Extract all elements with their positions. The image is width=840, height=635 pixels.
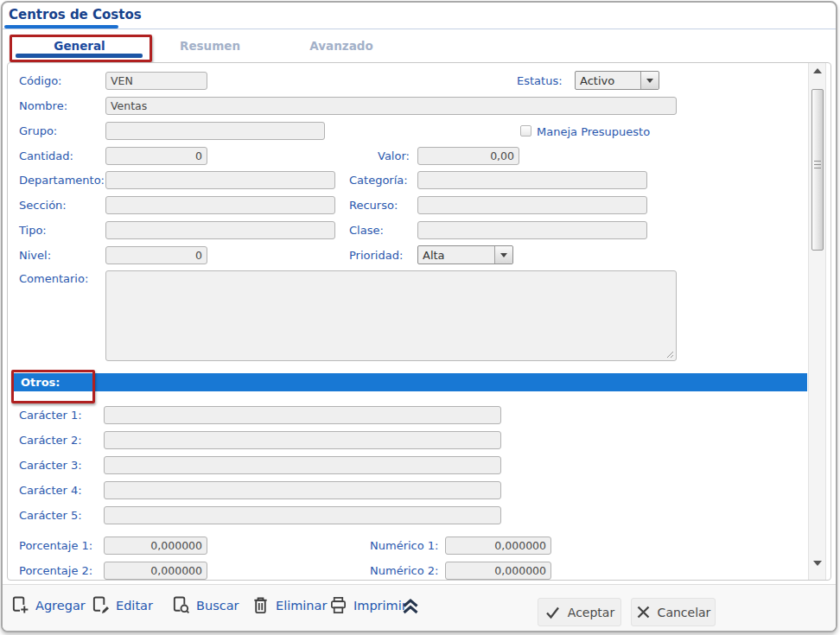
valor-input[interactable] xyxy=(417,147,519,165)
seccion-input[interactable] xyxy=(105,196,335,214)
agregar-label: Agregar xyxy=(35,599,86,613)
tipo-label: Tipo: xyxy=(19,224,47,237)
caracter3-input[interactable] xyxy=(104,456,501,474)
otros-section-title: Otros: xyxy=(21,376,60,389)
scrollbar-up-arrow-icon[interactable] xyxy=(813,68,822,73)
agregar-button[interactable]: Agregar xyxy=(11,595,86,615)
tab-resumen[interactable]: Resumen xyxy=(154,39,266,53)
porcentaje1-input[interactable] xyxy=(104,537,207,555)
numerico1-label: Numérico 1: xyxy=(370,539,438,552)
categoria-input[interactable] xyxy=(417,171,647,189)
categoria-label: Categoría: xyxy=(349,174,408,187)
add-document-icon xyxy=(11,595,29,615)
buscar-label: Buscar xyxy=(196,599,239,613)
caracter5-input[interactable] xyxy=(104,506,501,524)
screenshot-stage: Centros de Costos General Resumen Avanza… xyxy=(0,0,840,635)
prioridad-select[interactable]: Alta xyxy=(417,245,513,264)
imprimir-label: Imprimir xyxy=(353,599,407,613)
imprimir-button[interactable]: Imprimir xyxy=(329,595,407,615)
grupo-input[interactable] xyxy=(105,122,325,140)
cancelar-button[interactable]: Cancelar xyxy=(631,598,716,626)
centros-de-costos-window: Centros de Costos General Resumen Avanza… xyxy=(1,1,837,632)
search-document-icon xyxy=(172,595,190,615)
porcentaje1-label: Porcentaje 1: xyxy=(19,539,92,552)
numerico2-input[interactable] xyxy=(445,562,551,580)
caracter3-label: Carácter 3: xyxy=(19,459,82,472)
porcentaje2-input[interactable] xyxy=(104,562,207,580)
otros-section-bar: Otros: xyxy=(12,373,807,391)
codigo-input[interactable] xyxy=(105,72,207,90)
nombre-label: Nombre: xyxy=(19,99,67,112)
editar-button[interactable]: Editar xyxy=(92,595,153,615)
collapse-toolbar-button[interactable] xyxy=(400,595,421,617)
edit-document-icon xyxy=(92,595,110,615)
clase-label: Clase: xyxy=(349,224,384,237)
cancelar-label: Cancelar xyxy=(658,606,711,619)
valor-label: Valor: xyxy=(378,149,410,162)
prioridad-label: Prioridad: xyxy=(349,249,403,262)
resize-grip-icon[interactable] xyxy=(665,349,674,359)
numerico1-input[interactable] xyxy=(445,537,551,555)
departamento-label: Departamento: xyxy=(19,174,105,187)
maneja-presupuesto-label: Maneja Presupuesto xyxy=(537,125,650,138)
editar-label: Editar xyxy=(116,599,153,613)
nivel-label: Nivel: xyxy=(19,249,51,262)
scrollbar-grip xyxy=(814,164,821,165)
prioridad-select-value: Alta xyxy=(418,246,494,264)
trash-icon xyxy=(251,595,270,615)
caracter1-input[interactable] xyxy=(104,406,501,424)
maneja-presupuesto-checkbox[interactable] xyxy=(520,125,531,137)
estatus-select[interactable]: Activo xyxy=(575,71,659,90)
eliminar-label: Eliminar xyxy=(276,599,327,613)
cantidad-label: Cantidad: xyxy=(19,149,73,162)
comentario-label: Comentario: xyxy=(19,272,88,285)
scrollbar-grip xyxy=(814,168,821,168)
eliminar-button[interactable]: Eliminar xyxy=(251,595,327,615)
scrollbar-grip xyxy=(814,161,821,162)
caracter4-input[interactable] xyxy=(104,481,501,499)
nivel-input[interactable] xyxy=(105,246,207,264)
scrollbar-down-arrow-icon[interactable] xyxy=(813,561,822,566)
chevron-down-icon[interactable] xyxy=(494,246,512,264)
numerico2-label: Numérico 2: xyxy=(370,564,438,577)
printer-icon xyxy=(329,595,347,615)
departamento-input[interactable] xyxy=(105,171,335,189)
caracter2-input[interactable] xyxy=(104,431,501,449)
cantidad-input[interactable] xyxy=(105,147,207,165)
caracter2-label: Carácter 2: xyxy=(19,434,82,447)
header-divider xyxy=(3,29,836,29)
porcentaje2-label: Porcentaje 2: xyxy=(19,564,92,577)
seccion-label: Sección: xyxy=(19,199,67,212)
page-title: Centros de Costos xyxy=(9,7,142,22)
estatus-select-value: Activo xyxy=(576,72,640,89)
close-icon xyxy=(636,605,651,619)
vertical-scrollbar-thumb[interactable] xyxy=(811,89,824,251)
double-chevron-up-icon xyxy=(400,595,421,617)
caracter1-label: Carácter 1: xyxy=(19,409,82,422)
grupo-label: Grupo: xyxy=(19,124,57,137)
recurso-input[interactable] xyxy=(417,196,647,214)
tab-avanzado[interactable]: Avanzado xyxy=(285,39,398,53)
tab-general[interactable]: General xyxy=(23,39,136,53)
chevron-down-icon[interactable] xyxy=(640,72,659,89)
nombre-input[interactable] xyxy=(105,97,677,115)
check-icon xyxy=(544,605,561,620)
buscar-button[interactable]: Buscar xyxy=(172,595,239,615)
clase-input[interactable] xyxy=(417,221,647,239)
codigo-label: Código: xyxy=(19,74,61,87)
estatus-label: Estatus: xyxy=(517,74,563,87)
caracter4-label: Carácter 4: xyxy=(19,484,82,497)
tab-general-underline xyxy=(16,54,143,58)
aceptar-label: Aceptar xyxy=(568,606,614,619)
tipo-input[interactable] xyxy=(105,221,335,239)
caracter5-label: Carácter 5: xyxy=(19,509,82,522)
comentario-textarea[interactable] xyxy=(105,270,677,361)
recurso-label: Recurso: xyxy=(349,199,398,212)
bottom-toolbar: Agregar Editar Buscar xyxy=(3,584,836,631)
aceptar-button[interactable]: Aceptar xyxy=(538,598,621,626)
